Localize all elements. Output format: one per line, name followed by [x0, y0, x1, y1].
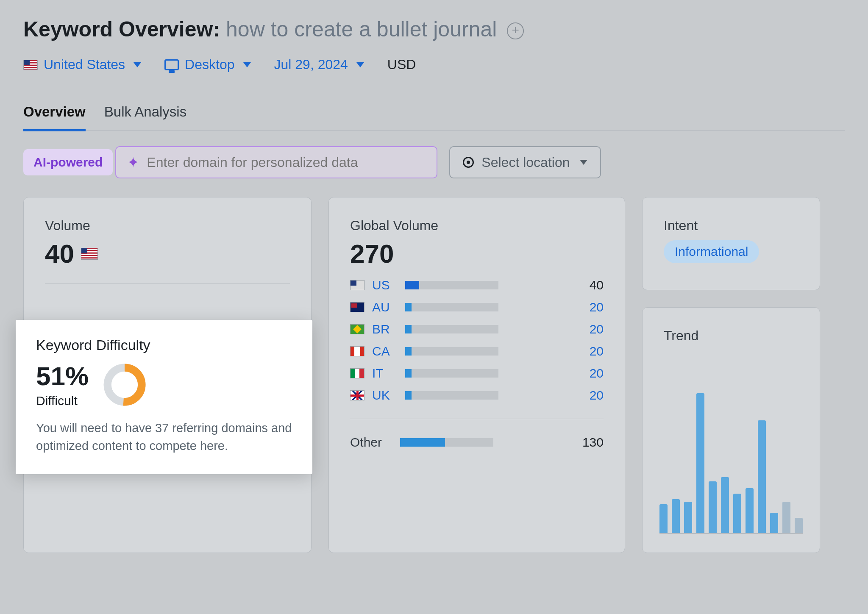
us-flag-icon — [23, 60, 38, 70]
kd-donut-chart — [101, 361, 148, 408]
col-global-volume: Global Volume 270 US40AU20BR20CA20IT20UK… — [328, 197, 625, 553]
gv-code: BR — [372, 322, 398, 336]
col-right: Intent Informational Trend — [642, 197, 820, 553]
trend-bar — [770, 513, 778, 533]
gv-row[interactable]: US40 — [350, 278, 604, 292]
cards-row: Volume 40 Keyword Difficulty 51% Difficu… — [23, 197, 845, 553]
gv-title: Global Volume — [350, 218, 604, 233]
tab-bulk-analysis[interactable]: Bulk Analysis — [104, 104, 186, 131]
location-select[interactable]: Select location — [449, 146, 601, 178]
gv-bar — [400, 438, 493, 447]
domain-input-wrapper[interactable]: ✦ — [115, 146, 437, 178]
device-filter[interactable]: Desktop — [164, 57, 250, 72]
gv-val: 20 — [574, 344, 604, 358]
gv-val: 20 — [574, 388, 604, 403]
currency-label: USD — [387, 57, 416, 72]
gv-val: 40 — [574, 278, 604, 292]
kd-title: Keyword Difficulty — [36, 337, 292, 353]
date-filter[interactable]: Jul 29, 2024 — [274, 57, 364, 72]
it-flag-icon — [350, 368, 364, 378]
gv-bar — [405, 281, 498, 289]
chevron-down-icon — [243, 62, 251, 67]
gv-row[interactable]: AU20 — [350, 300, 604, 314]
trend-bar — [721, 477, 729, 533]
divider — [45, 283, 290, 283]
trend-bar — [782, 502, 790, 533]
global-volume-card: Global Volume 270 US40AU20BR20CA20IT20UK… — [328, 197, 625, 553]
page-title-label: Keyword Overview: — [23, 17, 220, 42]
gv-code: AU — [372, 300, 398, 314]
us-flag-icon — [81, 248, 98, 260]
trend-bar — [659, 504, 668, 533]
tab-overview[interactable]: Overview — [23, 104, 86, 131]
keyword-overview-page: Keyword Overview: how to create a bullet… — [0, 0, 868, 553]
add-keyword-icon[interactable] — [507, 22, 524, 39]
ca-flag-icon — [350, 346, 364, 356]
trend-bar — [696, 393, 704, 533]
au-flag-icon — [350, 302, 364, 312]
gv-bar — [405, 303, 498, 311]
gv-val: 20 — [574, 366, 604, 381]
keyword-difficulty-card: Keyword Difficulty 51% Difficult You wil… — [16, 320, 312, 474]
trend-title: Trend — [664, 328, 798, 344]
trend-axis — [659, 533, 803, 534]
trend-card: Trend — [642, 307, 820, 553]
gv-val: 20 — [574, 300, 604, 314]
trend-bar — [795, 518, 803, 533]
divider — [350, 419, 604, 419]
chevron-down-icon — [580, 160, 587, 165]
gv-code: US — [372, 278, 398, 292]
gv-bar — [405, 347, 498, 356]
subfilter-row: AI-powered ✦ Select location — [23, 146, 845, 178]
gv-list: US40AU20BR20CA20IT20UK20Other130 — [350, 278, 604, 450]
chevron-down-icon — [356, 62, 364, 67]
gv-row[interactable]: CA20 — [350, 344, 604, 358]
trend-bar — [709, 481, 717, 533]
gv-bar — [405, 391, 498, 400]
gv-row-other[interactable]: Other130 — [350, 435, 604, 450]
kd-value-row: 51% Difficult — [36, 361, 292, 408]
gv-bar — [405, 369, 498, 378]
desktop-icon — [164, 59, 179, 70]
kd-percent: 51% — [36, 361, 89, 391]
intent-title: Intent — [664, 218, 798, 233]
trend-bar — [758, 420, 766, 533]
gv-row[interactable]: IT20 — [350, 366, 604, 381]
uk-flag-icon — [350, 390, 364, 400]
location-select-label: Select location — [481, 155, 570, 170]
gv-other-label: Other — [350, 435, 392, 450]
location-pin-icon — [463, 157, 474, 168]
intent-card: Intent Informational — [642, 197, 820, 290]
gv-row[interactable]: BR20 — [350, 322, 604, 336]
volume-title: Volume — [45, 218, 290, 233]
gv-value: 270 — [350, 239, 604, 269]
intent-badge[interactable]: Informational — [664, 240, 759, 263]
trend-chart — [659, 376, 803, 533]
sparkle-icon: ✦ — [127, 154, 139, 171]
gv-val: 20 — [574, 322, 604, 336]
domain-input[interactable] — [147, 155, 426, 170]
gv-val: 130 — [574, 435, 604, 450]
filter-row: United States Desktop Jul 29, 2024 USD — [23, 57, 845, 72]
br-flag-icon — [350, 324, 364, 334]
gv-row[interactable]: UK20 — [350, 388, 604, 403]
trend-bar — [672, 499, 680, 533]
ai-powered-badge: AI-powered — [23, 149, 113, 175]
gv-code: CA — [372, 344, 398, 358]
trend-bar — [733, 494, 741, 533]
chevron-down-icon — [134, 62, 141, 67]
us-flag-icon — [350, 280, 364, 290]
kd-description: You will need to have 37 referring domai… — [36, 419, 292, 455]
country-filter[interactable]: United States — [23, 57, 141, 72]
country-filter-label: United States — [44, 57, 125, 72]
volume-value-row: 40 — [45, 239, 290, 269]
kd-label: Difficult — [36, 394, 89, 408]
trend-bar — [684, 502, 692, 533]
page-title-row: Keyword Overview: how to create a bullet… — [23, 17, 845, 42]
kd-text-col: 51% Difficult — [36, 361, 89, 408]
gv-code: IT — [372, 366, 398, 381]
tabs: Overview Bulk Analysis — [23, 104, 845, 131]
gv-bar — [405, 325, 498, 333]
device-filter-label: Desktop — [185, 57, 234, 72]
volume-value: 40 — [45, 239, 74, 269]
